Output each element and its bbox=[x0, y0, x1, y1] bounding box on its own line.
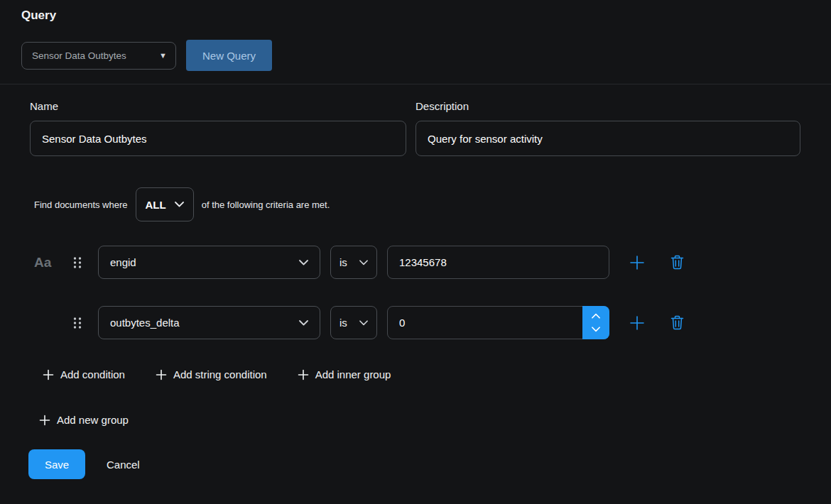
add-inner-group-link[interactable]: Add inner group bbox=[298, 368, 391, 380]
match-type-select[interactable]: ALL bbox=[136, 187, 194, 221]
delete-condition-trash-icon[interactable] bbox=[668, 314, 686, 332]
criteria-suffix-text: of the following criteria are met. bbox=[202, 199, 330, 210]
operator-select-value: is bbox=[340, 256, 347, 268]
add-string-condition-label: Add string condition bbox=[173, 368, 267, 380]
condition-value-input[interactable] bbox=[387, 246, 609, 279]
add-group-row: Add new group bbox=[0, 414, 831, 426]
chevron-down-icon bbox=[359, 320, 368, 326]
criteria-prefix-text: Find documents where bbox=[34, 199, 128, 210]
field-select-value: engid bbox=[110, 256, 136, 268]
condition-row: Aa engid is bbox=[0, 246, 831, 279]
plus-icon bbox=[39, 415, 50, 426]
condition-value-wrap bbox=[387, 246, 609, 279]
number-stepper[interactable] bbox=[582, 306, 609, 339]
divider bbox=[0, 84, 831, 84]
add-inner-group-label: Add inner group bbox=[315, 368, 391, 380]
add-condition-link[interactable]: Add condition bbox=[43, 368, 125, 380]
operator-select-value: is bbox=[340, 317, 347, 329]
drag-handle-icon[interactable] bbox=[73, 256, 83, 269]
operator-select[interactable]: is bbox=[330, 246, 377, 279]
chevron-down-icon bbox=[175, 202, 184, 207]
saved-query-select-value: Sensor Data Outbytes bbox=[32, 50, 126, 61]
page-title: Query bbox=[0, 0, 831, 23]
query-meta-fields: Name Description bbox=[30, 100, 831, 156]
save-button[interactable]: Save bbox=[28, 449, 85, 479]
add-condition-plus-icon[interactable] bbox=[628, 314, 646, 332]
add-condition-plus-icon[interactable] bbox=[628, 253, 646, 272]
match-type-value: ALL bbox=[146, 199, 166, 211]
description-label: Description bbox=[416, 100, 800, 112]
add-condition-label: Add condition bbox=[60, 368, 125, 380]
plus-icon bbox=[156, 369, 167, 380]
chevron-down-icon bbox=[299, 320, 308, 326]
condition-value-wrap bbox=[387, 306, 609, 339]
name-field-group: Name bbox=[30, 100, 406, 156]
name-input[interactable] bbox=[30, 121, 406, 156]
condition-value-input[interactable] bbox=[387, 306, 609, 339]
add-new-group-label: Add new group bbox=[57, 414, 129, 426]
saved-query-select[interactable]: Sensor Data Outbytes ▼ bbox=[21, 42, 176, 70]
cancel-button[interactable]: Cancel bbox=[107, 459, 140, 471]
string-type-icon: Aa bbox=[34, 255, 55, 270]
operator-select[interactable]: is bbox=[330, 306, 377, 339]
add-links-row: Add condition Add string condition Add i… bbox=[0, 368, 831, 380]
dropdown-arrow-icon: ▼ bbox=[159, 51, 167, 60]
add-new-group-link[interactable]: Add new group bbox=[39, 414, 831, 426]
name-label: Name bbox=[30, 100, 406, 112]
description-field-group: Description bbox=[416, 100, 800, 156]
add-string-condition-link[interactable]: Add string condition bbox=[156, 368, 267, 380]
stepper-down-icon[interactable] bbox=[592, 327, 600, 332]
delete-condition-trash-icon[interactable] bbox=[668, 253, 686, 272]
description-input[interactable] bbox=[416, 121, 800, 156]
chevron-down-icon bbox=[359, 260, 368, 265]
drag-handle-icon[interactable] bbox=[73, 317, 83, 329]
chevron-down-icon bbox=[299, 260, 308, 265]
conditions-list: Aa engid is bbox=[0, 246, 831, 426]
field-select[interactable]: outbytes_delta bbox=[98, 306, 320, 339]
plus-icon bbox=[298, 369, 309, 380]
plus-icon bbox=[43, 369, 54, 380]
field-select[interactable]: engid bbox=[98, 246, 320, 279]
footer-actions: Save Cancel bbox=[28, 449, 831, 479]
criteria-sentence: Find documents where ALL of the followin… bbox=[34, 187, 831, 221]
field-select-value: outbytes_delta bbox=[110, 317, 180, 329]
condition-row: outbytes_delta is bbox=[0, 306, 831, 339]
query-toolbar: Sensor Data Outbytes ▼ New Query bbox=[21, 40, 831, 71]
query-builder-page: Query Sensor Data Outbytes ▼ New Query N… bbox=[0, 0, 831, 504]
new-query-button[interactable]: New Query bbox=[186, 40, 272, 71]
stepper-up-icon[interactable] bbox=[592, 313, 600, 319]
